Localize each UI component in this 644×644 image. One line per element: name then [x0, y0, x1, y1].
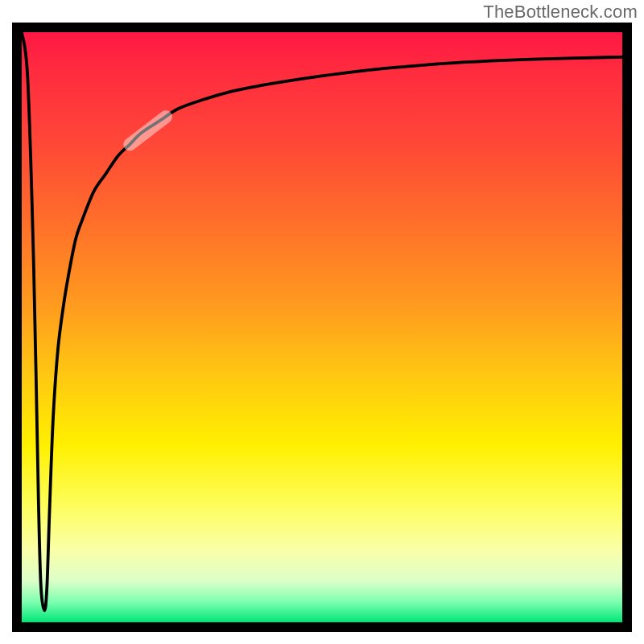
curve-svg: [22, 32, 622, 622]
bottleneck-curve: [22, 32, 622, 610]
plot-frame: [12, 23, 632, 632]
watermark-text: TheBottleneck.com: [483, 2, 638, 23]
curve-highlight-marker: [130, 117, 166, 144]
chart-stage: TheBottleneck.com: [0, 0, 644, 644]
